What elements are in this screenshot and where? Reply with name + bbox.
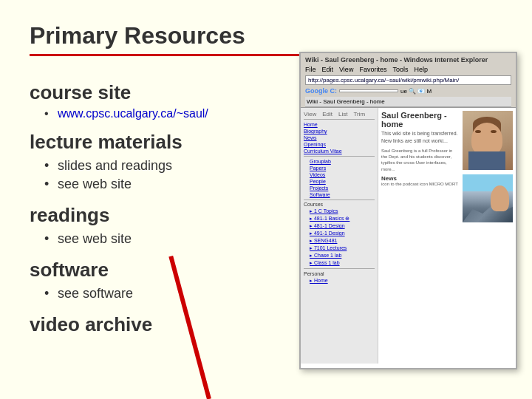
news-heading: News: [381, 175, 397, 182]
nav-videos[interactable]: Videos: [304, 171, 375, 178]
shirt-shape: [468, 151, 505, 170]
menu-help[interactable]: Help: [414, 66, 428, 73]
menu-view[interactable]: View: [339, 66, 353, 73]
slide-title: Primary Resources: [30, 22, 502, 50]
nav-course-4[interactable]: ▸ 491-1 Design: [304, 230, 375, 237]
section-readings: readings see web site: [30, 204, 340, 248]
menu-file[interactable]: File: [305, 66, 316, 73]
nav-course-5[interactable]: ▸ SENG481: [304, 237, 375, 245]
section-software: software see software: [30, 259, 340, 303]
page-content: View Edit List Trim Home Biography News …: [301, 108, 516, 364]
software-bullet-1: see software: [44, 284, 340, 303]
nav-software[interactable]: Software: [304, 191, 375, 198]
nav-course-6[interactable]: ▸ 7101 Lectures: [304, 245, 375, 252]
section-course: course site www.cpsc.ucalgary.ca/~saul/: [30, 81, 340, 120]
browser-chrome: Wiki - Saul Greenberg - home - Windows I…: [301, 53, 516, 108]
page-nav: View Edit List Trim Home Biography News …: [301, 108, 378, 364]
nav-divider-1: [304, 119, 375, 120]
software-bullets: see software: [44, 284, 340, 303]
google-label: Google C:: [305, 87, 337, 95]
nav-course-2[interactable]: ▸ 481-1 Basics ⊕: [304, 215, 375, 222]
course-heading: course site: [30, 81, 340, 104]
google-buttons: ue 🔍 📧 M: [400, 88, 432, 95]
browser-title: Wiki - Saul Greenberg - home - Windows I…: [305, 56, 511, 64]
course-url: www.cpsc.ucalgary.ca/~saul/: [44, 107, 340, 120]
nav-home[interactable]: Home: [304, 121, 375, 128]
lecture-bullets: slides and readings see web site: [44, 157, 340, 194]
slide-container: Primary Resources course site www.cpsc.u…: [0, 0, 532, 399]
nav-papers[interactable]: Papers: [304, 165, 375, 171]
nav-divider-4: [304, 268, 375, 269]
eye-right: [491, 130, 497, 133]
nav-course-7[interactable]: ▸ Chase 1 lab: [304, 252, 375, 259]
lecture-bullet-1: slides and readings: [44, 157, 340, 175]
nav-courses-label: Courses: [304, 202, 375, 207]
nav-divider-3: [304, 200, 375, 200]
browser-screenshot: Wiki - Saul Greenberg - home - Windows I…: [299, 52, 517, 369]
nav-personal-label: Personal: [304, 270, 375, 277]
page-tab[interactable]: Wiki - Saul Greenberg - home: [305, 97, 511, 107]
google-bar: Google C: ue 🔍 📧 M: [305, 87, 511, 95]
menu-tools[interactable]: Tools: [392, 66, 408, 73]
software-heading: software: [30, 259, 340, 282]
nav-course-8[interactable]: ▸ Class 1 lab: [304, 259, 375, 267]
nav-cv[interactable]: Curriculum Vitae: [304, 148, 375, 154]
nav-openings[interactable]: Openings: [304, 141, 375, 148]
page-tab-label: Wiki - Saul Greenberg - home: [307, 98, 385, 105]
readings-heading: readings: [30, 204, 340, 227]
google-search-input[interactable]: [339, 89, 398, 92]
nav-projects[interactable]: Projects: [304, 185, 375, 191]
nav-biography[interactable]: Biography: [304, 128, 375, 134]
page-view-bar: View Edit List Trim: [304, 111, 375, 117]
eye-left: [475, 130, 481, 133]
lecture-bullet-2: see web site: [44, 175, 340, 194]
lecture-heading: lecture materials: [30, 131, 340, 154]
person-mountain: [491, 185, 509, 211]
menu-favorites[interactable]: Favorites: [359, 66, 386, 73]
address-bar[interactable]: http://pages.cpsc.ucalgary.ca/~saul/wiki…: [305, 75, 511, 85]
readings-bullet-1: see web site: [44, 230, 340, 248]
nav-course-1[interactable]: ▸ 1 C Topics: [304, 208, 375, 215]
nav-course-3[interactable]: ▸ 481-1 Design: [304, 222, 375, 230]
nav-people[interactable]: People: [304, 178, 375, 185]
nav-news[interactable]: News: [304, 134, 375, 141]
nav-divider-2: [304, 156, 375, 157]
person-photo: [463, 111, 513, 170]
nav-personal-home[interactable]: ▸ Home: [304, 277, 375, 284]
nav-grouplab[interactable]: Grouplab: [304, 158, 375, 165]
page-main-content: Saul Greenberg - home This wiki site is …: [378, 108, 516, 364]
browser-menu-bar: File Edit View Favorites Tools Help: [305, 66, 511, 73]
menu-edit[interactable]: Edit: [322, 66, 334, 73]
section-lecture: lecture materials slides and readings se…: [30, 131, 340, 194]
mountain-photo: [463, 174, 513, 222]
readings-bullets: see web site: [44, 230, 340, 248]
